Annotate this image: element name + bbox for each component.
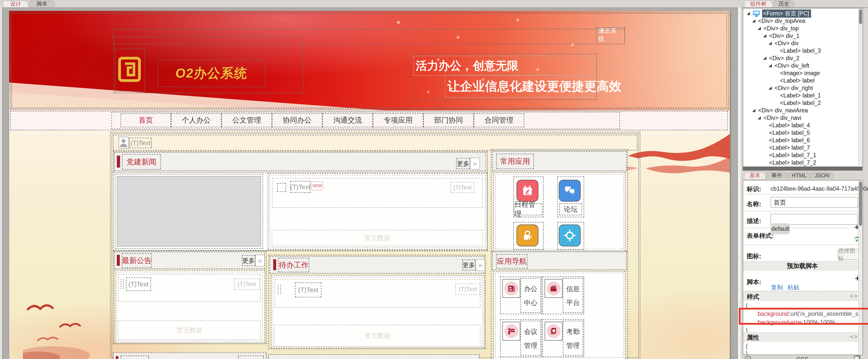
tree-node[interactable]: <Label>label_7: [743, 144, 810, 151]
apps-title[interactable]: 常用应用: [497, 154, 533, 169]
app-schedule-label[interactable]: 日程管理: [515, 204, 542, 215]
user-name-placeholder: (T)Text: [130, 138, 151, 148]
appnav-meeting-item[interactable]: 会议管理: [500, 319, 542, 357]
tree-horizontal-scrollbar[interactable]: [743, 167, 863, 171]
target-app-icon[interactable]: [559, 225, 581, 246]
todo-title[interactable]: 待办工作: [279, 258, 309, 272]
tree-node[interactable]: <Image>image: [743, 69, 820, 77]
paste-link[interactable]: 粘贴: [787, 283, 799, 291]
tree-node[interactable]: <Label>label: [743, 77, 814, 84]
appnav-info-item[interactable]: 信息平台: [542, 276, 584, 314]
tree-scrollbar[interactable]: [858, 8, 863, 166]
todo-row-date-placeholder: (T)Text: [456, 284, 480, 294]
tab-json[interactable]: JSON: [811, 172, 833, 179]
news-row-text-outline[interactable]: (T)Text: [290, 181, 310, 193]
todo-more-chevron-icon[interactable]: »: [475, 259, 485, 271]
appnav-title[interactable]: 应用导航: [497, 255, 527, 268]
user-name-text-outline[interactable]: (T)Text: [129, 138, 152, 148]
todo-more-button[interactable]: 更多: [462, 260, 475, 270]
slogan-line2[interactable]: 让企业信息化建设更便捷更高效: [445, 76, 595, 95]
nav-item-special-apps[interactable]: 专项应用: [373, 113, 423, 127]
tree-node[interactable]: <Label>label_2: [743, 99, 821, 107]
brand-title[interactable]: O2办公系统: [157, 60, 266, 87]
tree-node[interactable]: <Label>label_4: [743, 122, 810, 129]
tab-design[interactable]: 设计: [3, 0, 28, 7]
approval-app-icon[interactable]: [517, 225, 538, 246]
name-input[interactable]: [771, 197, 858, 208]
announcements-row-date-placeholder: (T)Text: [235, 279, 259, 289]
tree-node[interactable]: <Label>label_7_1: [743, 151, 816, 159]
copy-link[interactable]: 复制: [771, 283, 783, 291]
expand-triangle-icon[interactable]: [747, 12, 750, 15]
appnav-title-outline: 应用导航: [496, 254, 527, 269]
left-edge-strip: [0, 7, 3, 359]
popout-window-icon[interactable]: [854, 356, 860, 359]
user-avatar-icon[interactable]: [119, 137, 128, 149]
attendance-mgmt-label-outline: 考勤管理: [563, 321, 583, 356]
announcements-more-button[interactable]: 更多: [242, 255, 255, 266]
attr-code-open: {: [746, 342, 748, 350]
app-schedule-label-outline: 日程管理: [514, 203, 542, 215]
nav-item-personal-office[interactable]: 个人办公: [171, 113, 221, 127]
tree-node[interactable]: <Label>label_1: [743, 92, 821, 99]
nav-item-dept-collab[interactable]: 部门协同: [423, 113, 474, 127]
tab-history[interactable]: 历史: [774, 0, 795, 7]
tree-node[interactable]: <Div>div_2: [743, 55, 799, 62]
news-more-button[interactable]: 更多: [456, 158, 470, 169]
nav-item-contract-mgmt[interactable]: 合同管理: [474, 113, 524, 127]
announcements-row-text-outline[interactable]: (T)Text: [126, 277, 151, 291]
attr-code-toggle-icon[interactable]: <>: [850, 334, 858, 340]
tab-events[interactable]: 事件: [766, 172, 787, 179]
section-news-title[interactable]: 党建新闻: [123, 155, 160, 169]
select-icon-button[interactable]: 选择图标: [838, 249, 861, 260]
news-empty-text: 暂无数据: [272, 230, 483, 246]
tree-node[interactable]: <Label>label_7_2: [743, 159, 816, 166]
tree-node[interactable]: <Div>div_top: [743, 25, 799, 32]
tab-html[interactable]: HTML: [788, 172, 810, 179]
logout-button[interactable]: 退出系统: [598, 29, 621, 40]
designer-tabbar: 设计 脚本: [0, 0, 868, 8]
nav-item-document-mgmt[interactable]: 公文管理: [221, 113, 272, 127]
announcements-title[interactable]: 最新公告: [122, 254, 151, 267]
app-forum-label[interactable]: 论坛: [560, 204, 582, 215]
tree-node[interactable]: <Label>label_3: [743, 47, 821, 55]
tree-node[interactable]: <Div>div_navi: [743, 114, 801, 122]
tree-node[interactable]: <Div>div_1: [743, 32, 799, 39]
tab-basic[interactable]: 基本: [744, 172, 766, 179]
form-canvas[interactable]: 退出系统 O2办公系统 活力办公，创意无限 让企业信息化建设更便捷更高效 首页 …: [9, 11, 730, 359]
tree-node[interactable]: <Div>div_left: [743, 62, 809, 69]
news-row-checkbox[interactable]: [277, 183, 286, 192]
news-more-chevron-icon[interactable]: »: [470, 158, 480, 170]
apps-header: 常用应用: [492, 151, 627, 171]
preload-script-header: 预加载脚本: [743, 261, 862, 270]
forum-app-icon[interactable]: [559, 180, 581, 202]
tree-node[interactable]: <Div>div_topArea: [743, 17, 805, 25]
info-platform-label: 信息平台: [563, 278, 583, 310]
nav-item-home[interactable]: 首页: [121, 113, 171, 127]
schedule-app-icon[interactable]: [517, 180, 538, 202]
todo-row-drag-handle[interactable]: [278, 285, 281, 294]
slogan-line1[interactable]: 活力办公，创意无限: [414, 56, 594, 73]
tab-script[interactable]: 脚本: [29, 0, 55, 7]
tree-node-form[interactable]: <Form>首页 [PC]: [743, 10, 811, 17]
news-image-placeholder[interactable]: [117, 176, 261, 247]
form-style-chip[interactable]: default: [771, 223, 790, 234]
info-platform-label-outline: 信息平台: [563, 278, 583, 313]
tree-node[interactable]: <Div>div_right: [743, 84, 813, 92]
nav-item-collaboration[interactable]: 协同办公: [272, 113, 322, 127]
tree-node[interactable]: <Div>div: [743, 39, 799, 47]
announcements-row-drag-handle[interactable]: [121, 279, 124, 289]
nav-item-communication[interactable]: 沟通交流: [322, 113, 373, 127]
tree-node[interactable]: <Div>div_naviArea: [743, 107, 808, 114]
tree-node[interactable]: <Label>label_6: [743, 137, 810, 144]
announcements-more-chevron-icon[interactable]: »: [255, 255, 265, 267]
todo-row-text-outline[interactable]: (T)Text: [295, 282, 321, 297]
appnav-attendance-item[interactable]: 考勤管理: [542, 319, 584, 357]
appnav-office-item[interactable]: 办公中心: [500, 276, 542, 314]
props-scrollbar[interactable]: [858, 180, 863, 354]
tab-component-tree[interactable]: 组件树: [744, 0, 773, 7]
tree-node[interactable]: <Label>label_5: [743, 129, 810, 137]
code-toggle-icon[interactable]: <>: [850, 293, 858, 299]
logo-icon[interactable]: [118, 52, 141, 87]
todo-row-text-placeholder: (T)Text: [296, 283, 321, 297]
